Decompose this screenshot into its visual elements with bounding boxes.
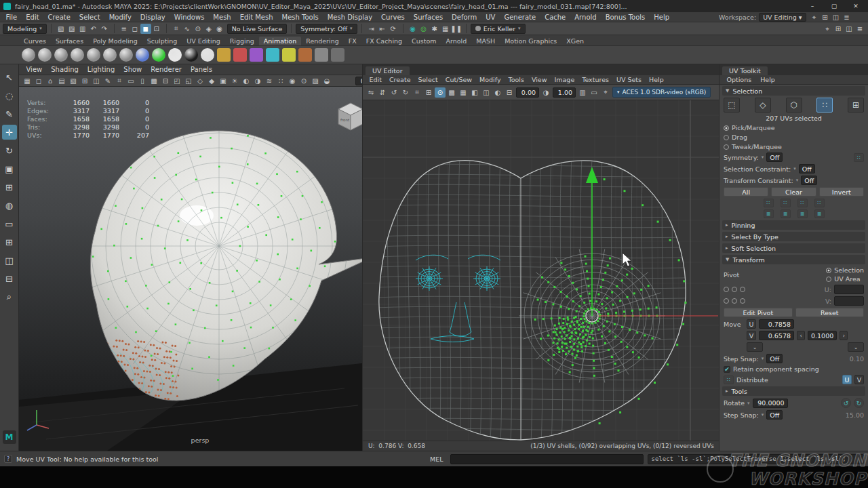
viewport-menu-item[interactable]: View bbox=[22, 66, 47, 73]
grid-icon[interactable]: ⊞ bbox=[820, 12, 831, 22]
uv-editor-menu-item[interactable]: Select bbox=[414, 76, 441, 83]
isolate-icon[interactable]: ⊙ bbox=[435, 87, 446, 98]
section-soft-selection[interactable]: ▸Soft Selection bbox=[722, 243, 865, 253]
shelf-tab[interactable]: FX bbox=[344, 37, 361, 45]
menu-item[interactable]: Select bbox=[75, 14, 104, 21]
uv-editor-menu-item[interactable]: View bbox=[528, 76, 551, 83]
step-increase-button[interactable]: › bbox=[840, 331, 848, 340]
shelf-tab[interactable]: XGen bbox=[561, 37, 589, 45]
gate-mask-icon[interactable]: ▩ bbox=[149, 76, 159, 86]
noise-texture-icon[interactable] bbox=[250, 48, 263, 62]
layout-single-pane[interactable]: ▭ bbox=[2, 216, 17, 231]
distribute-u-button[interactable]: U bbox=[842, 375, 852, 384]
move-u-chip[interactable]: U bbox=[747, 319, 756, 329]
section-tools[interactable]: ▸Tools bbox=[722, 386, 865, 396]
symmetry-field[interactable]: Symmetry: Off▾ bbox=[296, 24, 357, 34]
field-chart-icon[interactable]: ⊟ bbox=[160, 76, 171, 86]
edge-mode-icon[interactable]: ◇ bbox=[755, 98, 771, 113]
loop-selection-icon[interactable]: ≣ bbox=[814, 209, 825, 218]
to-face-icon[interactable]: ∷ bbox=[797, 199, 808, 207]
make-live-icon[interactable]: ◉ bbox=[214, 24, 225, 34]
pivot-mode-selection[interactable]: Selection bbox=[826, 266, 864, 274]
undo-icon[interactable]: ↶ bbox=[88, 24, 99, 34]
paint-select-tool[interactable]: ✎ bbox=[2, 106, 17, 121]
rotate-field[interactable]: 90.0000 bbox=[753, 399, 788, 408]
move-step-snap-dropdown[interactable]: Off bbox=[766, 354, 783, 363]
uv-editor-menu-item[interactable]: Modify bbox=[476, 76, 505, 83]
layout-icon[interactable]: ◫ bbox=[831, 12, 842, 22]
menu-item[interactable]: Deform bbox=[448, 14, 481, 21]
close-button[interactable]: ✕ bbox=[847, 1, 865, 12]
menu-item[interactable]: Create bbox=[43, 14, 75, 21]
pixel-info-icon[interactable]: ⌖ bbox=[600, 87, 611, 98]
uv-editor-menu-item[interactable]: Tools bbox=[505, 76, 528, 83]
retain-spacing-checkbox[interactable]: ✔ bbox=[724, 366, 730, 373]
green-shader-ball-icon[interactable] bbox=[152, 48, 165, 62]
grid-texture-icon[interactable] bbox=[282, 48, 296, 62]
material-ball-icon[interactable] bbox=[87, 48, 100, 62]
select-tool[interactable]: ↖ bbox=[2, 70, 17, 85]
to-edge-icon[interactable]: ∷ bbox=[781, 199, 791, 207]
zoom-tool[interactable]: ⌕ bbox=[2, 289, 17, 304]
lasso-tool[interactable]: ◌ bbox=[2, 88, 17, 103]
layout-persp-outliner[interactable]: ◫ bbox=[2, 253, 17, 268]
viewport-menu-item[interactable]: Panels bbox=[186, 66, 216, 73]
minimize-button[interactable]: – bbox=[804, 1, 821, 12]
move-tool[interactable]: ✛ bbox=[2, 125, 17, 140]
white-shader-ball-icon[interactable] bbox=[168, 48, 182, 62]
new-scene-icon[interactable]: ▧ bbox=[56, 24, 66, 34]
workspace-value[interactable]: UV Editing ▾ bbox=[759, 13, 806, 22]
blue-shader-ball-icon[interactable] bbox=[136, 48, 149, 62]
exposure-icon[interactable]: ◒ bbox=[321, 76, 332, 86]
command-line-input[interactable] bbox=[450, 454, 644, 464]
uv-editor-menu-item[interactable]: Help bbox=[646, 76, 668, 83]
layout-icon[interactable]: ◫ bbox=[844, 24, 854, 34]
2d-pan-zoom-icon[interactable]: ⊞ bbox=[79, 76, 90, 86]
border-selection-icon[interactable]: ≣ bbox=[797, 209, 808, 218]
select-hierarchy-icon[interactable]: ≡ bbox=[119, 24, 130, 34]
shelf-tab[interactable]: Arnold bbox=[441, 37, 472, 45]
material-ball-icon[interactable] bbox=[103, 48, 117, 62]
uv-toolkit-tab[interactable]: UV Toolkit bbox=[722, 66, 768, 75]
material-ball-icon[interactable] bbox=[119, 48, 133, 62]
shaded-icon[interactable]: ◆ bbox=[206, 76, 217, 86]
viewport-menu-item[interactable]: Lighting bbox=[83, 66, 119, 73]
ipr-render-icon[interactable]: ◎ bbox=[418, 24, 429, 34]
menu-item[interactable]: Generate bbox=[500, 14, 540, 21]
checker-map-icon[interactable]: ▦ bbox=[458, 87, 469, 98]
live-surface-field[interactable]: No Live Surface bbox=[227, 24, 288, 34]
transform-constraint-dropdown[interactable]: Off bbox=[801, 176, 817, 185]
viewport-menu-item[interactable]: Shading bbox=[47, 66, 83, 73]
uv-editor-menu-item[interactable]: UV Sets bbox=[612, 76, 645, 83]
pivot-pos-radio[interactable] bbox=[740, 298, 745, 304]
grid-toggle-icon[interactable]: ⌗ bbox=[114, 76, 125, 86]
pivot-pos-radio[interactable] bbox=[732, 298, 737, 304]
mel-toggle[interactable]: MEL bbox=[427, 455, 446, 463]
select-component-icon[interactable]: ◼ bbox=[140, 24, 151, 34]
multisample-icon[interactable]: ∷ bbox=[275, 76, 286, 86]
scale-tool[interactable]: ▣ bbox=[2, 161, 17, 176]
render-icon[interactable]: ◉ bbox=[408, 24, 418, 34]
move-v-field[interactable]: 0.6578 bbox=[759, 331, 794, 340]
select-camera-icon[interactable]: ▦ bbox=[22, 76, 33, 86]
pivot-v-field[interactable] bbox=[834, 296, 864, 306]
image-plane-icon[interactable]: ▧ bbox=[68, 76, 79, 86]
texture-borders-icon[interactable]: ◫ bbox=[481, 87, 492, 98]
uv-editor-menu-item[interactable]: Edit bbox=[366, 76, 385, 83]
bookmark-icon[interactable]: ▤ bbox=[56, 76, 67, 86]
render-settings-icon[interactable]: ✱ bbox=[429, 24, 440, 34]
tweak-uv-tool[interactable]: ⊞ bbox=[2, 180, 17, 195]
section-select-by-type[interactable]: ▸Select By Type bbox=[722, 232, 865, 241]
safe-title-icon[interactable]: ◱ bbox=[183, 76, 194, 86]
oversan-icon[interactable]: ◫ bbox=[91, 76, 102, 86]
shelf-tab[interactable]: UV Editing bbox=[182, 37, 225, 45]
uv-gamma-field[interactable]: 1.00 bbox=[553, 87, 576, 98]
pivot-pos-radio[interactable] bbox=[724, 298, 729, 304]
lighting-icon[interactable]: ☀ bbox=[229, 76, 240, 86]
file-texture-icon[interactable] bbox=[315, 48, 328, 62]
dim-image-icon[interactable]: ◐ bbox=[492, 87, 503, 98]
uv-editor-menu-item[interactable]: Create bbox=[385, 76, 414, 83]
depth-of-field-icon[interactable]: ◉ bbox=[287, 76, 298, 86]
step-decrease-button[interactable]: ‹ bbox=[797, 331, 805, 340]
menu-item[interactable]: Edit Mesh bbox=[235, 14, 277, 21]
